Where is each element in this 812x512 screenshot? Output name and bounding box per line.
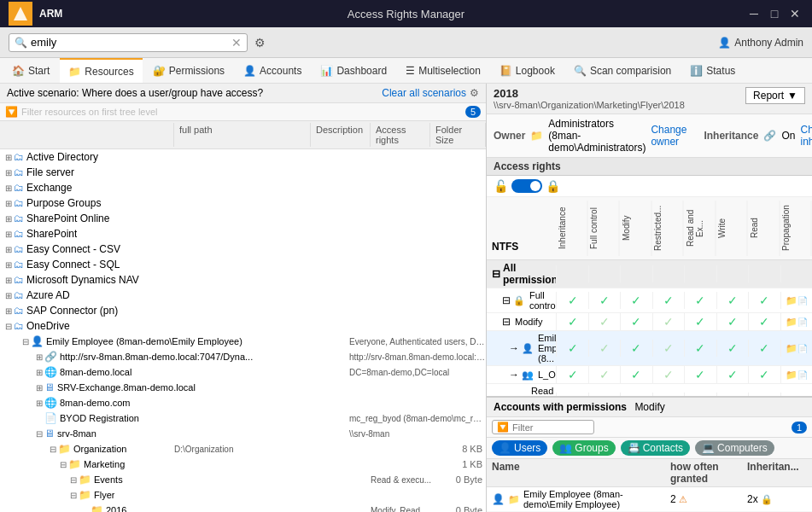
tree-row[interactable]: ⊞ 🗂 Easy Connect - SQL [0,257,486,272]
tree-row[interactable]: ⊟ 📁 Events Read & execu... 0 Byte [0,472,486,487]
tab-contacts[interactable]: 📇 Contacts [621,440,690,456]
col-access-header[interactable]: Access rights [371,123,430,147]
expander-icon[interactable]: ⊟ [68,491,79,500]
accounts-filter-field[interactable] [512,422,581,433]
acc-granted-header[interactable]: how often granted [670,461,747,485]
tab-computers[interactable]: 💻 Computers [695,440,774,456]
ntfs-section[interactable]: NTFS Inheritance Full control Modify Res… [487,197,812,396]
ntfs-read-exec-row[interactable]: → 🔒 Read and Execute 📁 📄 [487,384,812,396]
tree-row[interactable]: ⊞ 🖥 SRV-Exchange.8man-demo.local [0,380,486,395]
nav-resources[interactable]: 📁 Resources [60,58,142,83]
tree-row[interactable]: ⊟ 📁 Flyer [0,487,486,503]
tree-row[interactable]: 📁 2016 Modify, Read... 0 Byte [0,503,486,512]
acc-name-header[interactable]: Name [492,461,670,485]
tree-row[interactable]: ⊟ 👤 Emily Employee (8man-demo\Emily Empl… [0,334,486,349]
tree-row[interactable]: ⊞ 🗂 SharePoint Online [0,211,486,226]
tree-row[interactable]: ⊞ 🌐 8man-demo.local DC=8man-demo,DC=loca… [0,364,486,380]
tree-row[interactable]: ⊞ 🌐 8man-demo.com [0,395,486,410]
expander-icon[interactable]: ⊟ [58,460,68,469]
ntfs-lorg-row[interactable]: → 👥 L_Organization_Ma... ✓ ✓ ✓ ✓ ✓ ✓ ✓ 📁… [487,366,812,384]
tree-header: full path Description Access rights Fold… [0,121,486,149]
col-path-header[interactable]: full path [174,123,311,147]
nav-accounts[interactable]: 👤 Accounts [235,58,310,83]
accounts-table-row[interactable]: 👤 📁 Emily Employee (8man-demo\Emily Empl… [487,487,812,512]
tree-row[interactable]: ⊟ 📁 Organization D:\Organization 8 KB [0,441,486,457]
computers-tab-icon: 💻 [702,442,715,454]
nav-scan-comparison[interactable]: 🔍 Scan comparision [565,58,680,83]
marketing-folder-icon: 📁 [68,458,81,470]
expander-icon[interactable]: ⊞ [34,399,44,408]
expander-icon[interactable]: ⊞ [3,276,14,285]
change-owner-link[interactable]: Change owner [651,124,686,148]
tree-row[interactable]: ⊟ 📁 Marketing 1 KB [0,457,486,472]
expander-icon[interactable]: ⊞ [3,260,14,270]
scenario-gear-icon[interactable]: ⚙ [470,87,479,99]
tree-row[interactable]: ⊞ 🗂 File server [0,165,486,180]
acc-inherit-header[interactable]: Inheritan... [747,461,807,485]
nav-status[interactable]: ℹ️ Status [681,58,744,83]
tree-row[interactable]: ⊞ 🗂 Easy Connect - CSV [0,241,486,257]
expander-icon[interactable]: ⊞ [3,214,14,224]
tab-users[interactable]: 👤 Users [492,440,547,456]
change-inheritance-link[interactable]: Change inheritance [800,124,812,148]
expander-icon[interactable]: ⊞ [3,291,14,300]
tree-row[interactable]: ⊞ 🗂 Azure AD [0,288,486,303]
tree-row[interactable]: ⊞ 🗂 SAP Connector (pn) [0,303,486,318]
close-button[interactable]: ✕ [786,5,803,22]
domain-icon: 🌐 [44,366,57,378]
expander-icon[interactable]: ⊟ [48,445,58,454]
ntfs-modify-row[interactable]: ⊟ Modify ✓ ✓ ✓ ✓ ✓ ✓ ✓ 📁 📄 [487,313,812,331]
tab-groups[interactable]: 👥 Groups [552,440,615,456]
maximize-button[interactable]: □ [766,5,783,22]
expander-icon[interactable]: ⊞ [34,383,44,393]
search-clear-icon[interactable]: ✕ [231,36,242,49]
nav-permissions[interactable]: 🔐 Permissions [144,58,233,83]
expander-icon[interactable]: ⊞ [3,168,14,177]
expander-icon[interactable]: ⊞ [3,183,14,193]
sharepoint-online-icon: 🗂 [14,212,24,224]
access-rights-tab[interactable]: Access rights [487,158,812,176]
minimize-button[interactable]: ─ [745,5,762,22]
section-expand-icon[interactable]: ⊟ [492,268,500,280]
expander-icon[interactable]: ⊞ [3,230,14,239]
tree-row[interactable]: ⊟ 🗂 OneDrive [0,318,486,334]
ntfs-emily-row[interactable]: → 👤 Emily Employee (8... ✓ ✓ ✓ ✓ ✓ ✓ ✓ 📁… [487,331,812,366]
report-button[interactable]: Report ▼ [745,87,805,104]
tree-row[interactable]: ⊞ 🔗 http://srv-8man.8man-demo.local:7047… [0,349,486,364]
tree-content[interactable]: ⊞ 🗂 Active Directory ⊞ 🗂 File server ⊞ 🗂… [0,149,486,512]
expander-icon[interactable]: ⊟ [68,475,79,485]
expander-icon[interactable]: ⊟ [3,322,14,331]
expander-icon[interactable]: ⊞ [34,352,44,362]
tree-row[interactable]: ⊞ 🗂 Exchange [0,180,486,195]
tree-row[interactable]: 📄 BYOD Registration mc_reg_byod (8man-de… [0,410,486,426]
expander-icon[interactable]: ⊟ [20,337,31,346]
nav-start[interactable]: 🏠 Start [3,58,58,83]
expander-icon[interactable]: ⊟ [34,429,44,439]
nav-multiselection[interactable]: ☰ Multiselection [397,58,489,83]
search-settings-icon[interactable]: ⚙ [254,36,266,49]
expander-icon[interactable]: ⊞ [34,368,44,377]
clear-all-link[interactable]: Clear all scenarios [382,87,466,99]
expander-icon[interactable]: ⊞ [3,245,14,254]
expander-icon[interactable]: ⊞ [3,153,14,162]
col-size-header[interactable]: Folder Size [430,123,486,147]
nav-dashboard[interactable]: 📊 Dashboard [312,58,395,83]
right-meta: Owner 📁 Administrators (8man-demo\Admini… [487,114,812,158]
expander-icon[interactable]: ⊞ [3,199,14,208]
nav-logbook[interactable]: 📔 Logbook [491,58,564,83]
tree-row[interactable]: ⊞ 🗂 Purpose Groups [0,195,486,211]
filter-icon: 🔽 [5,106,18,118]
toggle-switch[interactable] [511,179,542,193]
tree-row[interactable]: ⊞ 🗂 Active Directory [0,149,486,165]
search-input[interactable] [31,36,228,49]
flyer-folder-icon: 📁 [79,489,91,501]
tree-row[interactable]: ⊟ 🖥 srv-8man \\srv-8man [0,426,486,441]
file-prop2: 📄 [797,317,808,327]
tree-row[interactable]: ⊞ 🗂 SharePoint [0,226,486,241]
expander-icon[interactable]: ⊞ [3,306,14,316]
tree-row[interactable]: ⊞ 🗂 Microsoft Dynamics NAV [0,272,486,288]
ntfs-full-control-row[interactable]: ⊟ 🔒 Full control ✓ ✓ ✓ ✓ ✓ ✓ ✓ 📁 📄 [487,288,812,313]
server2-icon: 🖥 [44,428,55,439]
col-desc-header[interactable]: Description [311,123,371,147]
users-tab-icon: 👤 [499,442,511,454]
